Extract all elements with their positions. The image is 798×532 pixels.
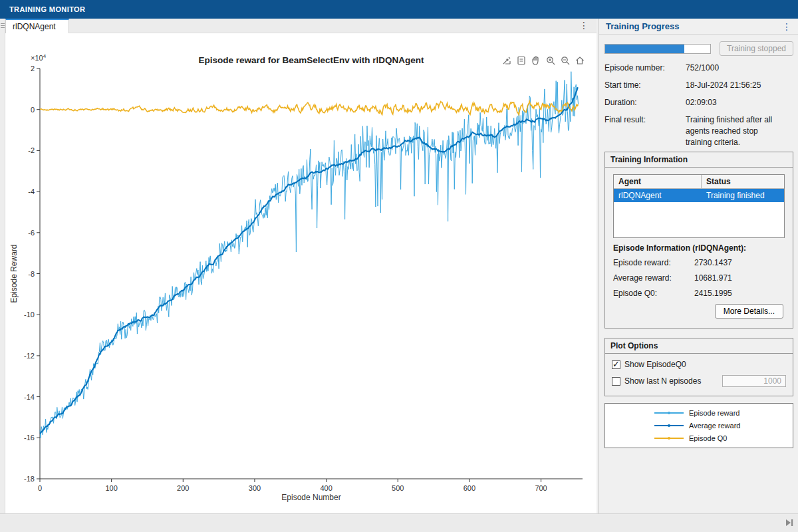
section-title: Training Information bbox=[605, 152, 793, 168]
episode-information-fields: Episode reward:2730.1437Average reward:1… bbox=[613, 258, 785, 298]
tab-bar: rlDQNAgent ⋮ bbox=[5, 19, 597, 33]
legend-item: Episode Q0 bbox=[605, 432, 793, 445]
plot-option-row: Show EpisodeQ0 bbox=[605, 354, 793, 369]
episode-field-row: Episode reward:2730.1437 bbox=[613, 258, 785, 267]
training-progress-panel: Training Progress ⋮ Training stopped Epi… bbox=[598, 19, 798, 513]
svg-text:-16: -16 bbox=[24, 434, 35, 442]
checkbox-unchecked[interactable] bbox=[612, 377, 620, 386]
axes-toolbar bbox=[501, 55, 586, 66]
svg-text:700: 700 bbox=[535, 484, 547, 492]
svg-text:-18: -18 bbox=[24, 475, 35, 483]
panel-header: Training Progress ⋮ bbox=[599, 19, 798, 35]
svg-text:400: 400 bbox=[320, 484, 332, 492]
agent-table-row[interactable]: rlDQNAgentTraining finished bbox=[614, 189, 784, 202]
column-header-agent: Agent bbox=[614, 175, 702, 188]
zoom-in-icon[interactable] bbox=[545, 55, 557, 66]
agent-status-table: Agent Status rlDQNAgentTraining finished bbox=[613, 174, 785, 238]
panel-title: Training Progress bbox=[606, 21, 680, 31]
svg-text:-12: -12 bbox=[24, 352, 35, 360]
bottom-strip bbox=[0, 513, 798, 532]
section-title: Plot Options bbox=[605, 338, 793, 354]
episode-information-title: Episode Information (rlDQNAgent): bbox=[613, 243, 785, 253]
field-value: Training finished after all agents reach… bbox=[686, 114, 772, 148]
legend-label: Episode Q0 bbox=[689, 434, 727, 442]
svg-text:600: 600 bbox=[464, 484, 475, 492]
more-details-button[interactable]: More Details... bbox=[715, 304, 783, 319]
legend-item: Episode reward bbox=[605, 407, 793, 420]
tab-label: rlDQNAgent bbox=[13, 22, 56, 31]
svg-text:-10: -10 bbox=[24, 311, 35, 319]
progress-field-row: Start time:18-Jul-2024 21:56:25 bbox=[604, 80, 793, 91]
svg-text:300: 300 bbox=[249, 484, 261, 492]
training-progress-bar bbox=[604, 44, 711, 54]
svg-text:-2: -2 bbox=[28, 146, 35, 154]
training-information-section: Training Information Agent Status rlDQNA… bbox=[604, 152, 793, 329]
tab-rldqnagent[interactable]: rlDQNAgent bbox=[5, 19, 69, 33]
progress-field-row: Duration:02:09:03 bbox=[604, 97, 793, 108]
svg-text:100: 100 bbox=[105, 484, 117, 492]
episode-field-row: Average reward:10681.971 bbox=[613, 273, 785, 283]
field-value: 18-Jul-2024 21:56:25 bbox=[686, 80, 761, 91]
episode-reward-line bbox=[40, 72, 579, 438]
checkbox-checked[interactable] bbox=[612, 360, 620, 369]
svg-text:500: 500 bbox=[392, 484, 404, 492]
tabbar-menu-icon[interactable]: ⋮ bbox=[579, 20, 589, 31]
column-header-status: Status bbox=[702, 175, 735, 188]
chart-legend: Episode rewardAverage rewardEpisode Q0 bbox=[604, 403, 793, 448]
svg-text:Episode Number: Episode Number bbox=[281, 493, 340, 502]
reward-chart: 010020030040050060070020-2-4-6-8-10-12-1… bbox=[5, 33, 597, 513]
legend-label: Average reward bbox=[689, 422, 740, 430]
svg-text:×104: ×104 bbox=[31, 53, 47, 62]
legend-line-sample bbox=[654, 423, 684, 428]
window-title: TRAINING MONITOR bbox=[9, 5, 85, 13]
field-label: Average reward: bbox=[613, 273, 694, 283]
field-value: 2415.1995 bbox=[694, 289, 732, 298]
legend-item: Average reward bbox=[605, 420, 793, 432]
field-label: Episode Q0: bbox=[613, 289, 694, 298]
field-label: Duration: bbox=[604, 97, 686, 108]
checkbox-label: Show EpisodeQ0 bbox=[624, 360, 686, 369]
agent-cell: rlDQNAgent bbox=[614, 189, 702, 202]
datatips-icon[interactable] bbox=[515, 55, 527, 66]
svg-text:0: 0 bbox=[31, 106, 35, 114]
field-label: Episode reward: bbox=[613, 258, 694, 267]
field-value: 752/1000 bbox=[686, 63, 719, 74]
plot-options-section: Plot Options Show EpisodeQ0Show last N e… bbox=[604, 338, 793, 396]
pan-icon[interactable] bbox=[530, 55, 542, 66]
checkbox-label: Show last N episodes bbox=[624, 376, 701, 386]
skip-end-icon[interactable] bbox=[785, 519, 794, 529]
restore-view-icon[interactable] bbox=[574, 55, 586, 66]
field-label: Final result: bbox=[604, 114, 686, 148]
last-n-episodes-input[interactable] bbox=[722, 375, 786, 387]
legend-label: Episode reward bbox=[689, 409, 739, 417]
svg-text:2: 2 bbox=[31, 65, 35, 72]
legend-line-sample bbox=[654, 410, 684, 416]
legend-line-sample bbox=[654, 436, 684, 441]
field-label: Start time: bbox=[604, 80, 686, 91]
field-value: 10681.971 bbox=[694, 273, 732, 283]
field-value: 02:09:03 bbox=[686, 97, 717, 108]
progress-field-row: Final result:Training finished after all… bbox=[604, 114, 793, 148]
episode-q0-line bbox=[40, 101, 579, 114]
svg-text:-4: -4 bbox=[28, 188, 35, 196]
svg-text:0: 0 bbox=[38, 484, 42, 492]
panel-grip-icon[interactable] bbox=[1, 22, 5, 29]
progress-field-row: Episode number:752/1000 bbox=[604, 63, 793, 74]
training-stopped-button[interactable]: Training stopped bbox=[720, 41, 793, 56]
export-icon[interactable] bbox=[501, 55, 513, 66]
average-reward-line bbox=[40, 88, 579, 434]
field-value: 2730.1437 bbox=[694, 258, 732, 267]
kebab-menu-icon[interactable]: ⋮ bbox=[782, 21, 791, 32]
plot-option-row: Show last N episodes bbox=[605, 369, 793, 387]
episode-field-row: Episode Q0:2415.1995 bbox=[613, 289, 785, 298]
progress-fields: Episode number:752/1000Start time:18-Jul… bbox=[604, 63, 793, 154]
svg-text:Episode reward for BeamSelectE: Episode reward for BeamSelectEnv with rl… bbox=[198, 55, 424, 65]
field-label: Episode number: bbox=[604, 63, 686, 74]
svg-text:200: 200 bbox=[177, 484, 189, 492]
svg-text:-6: -6 bbox=[28, 229, 35, 237]
left-edge-strip bbox=[0, 19, 5, 513]
svg-text:-8: -8 bbox=[28, 270, 35, 278]
titlebar: TRAINING MONITOR bbox=[0, 0, 798, 19]
zoom-out-icon[interactable] bbox=[559, 55, 571, 66]
svg-text:-14: -14 bbox=[24, 393, 35, 401]
